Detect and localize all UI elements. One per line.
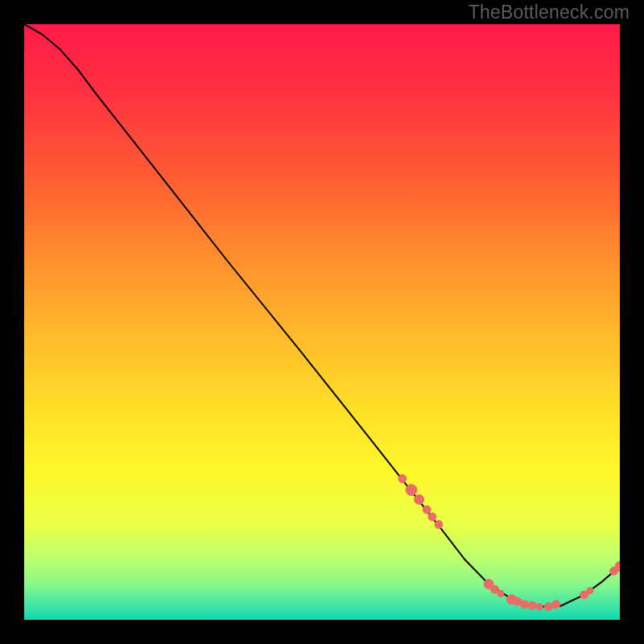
data-marker [406, 485, 417, 496]
data-marker [552, 601, 560, 609]
chart-frame: TheBottleneck.com [0, 0, 644, 644]
data-marker [536, 604, 543, 610]
data-marker [528, 601, 536, 609]
watermark-text: TheBottleneck.com [469, 2, 630, 23]
data-marker [521, 601, 529, 609]
data-marker [398, 475, 407, 483]
data-marker [415, 495, 424, 505]
data-marker [544, 603, 552, 611]
data-marker [497, 590, 504, 597]
curve-overlay [24, 24, 620, 620]
data-marker [428, 513, 436, 521]
curve-markers [398, 475, 620, 611]
data-marker [587, 588, 593, 594]
bottleneck-curve [24, 24, 620, 607]
data-marker [423, 506, 431, 514]
plot-area [24, 24, 620, 620]
data-marker [435, 521, 443, 529]
